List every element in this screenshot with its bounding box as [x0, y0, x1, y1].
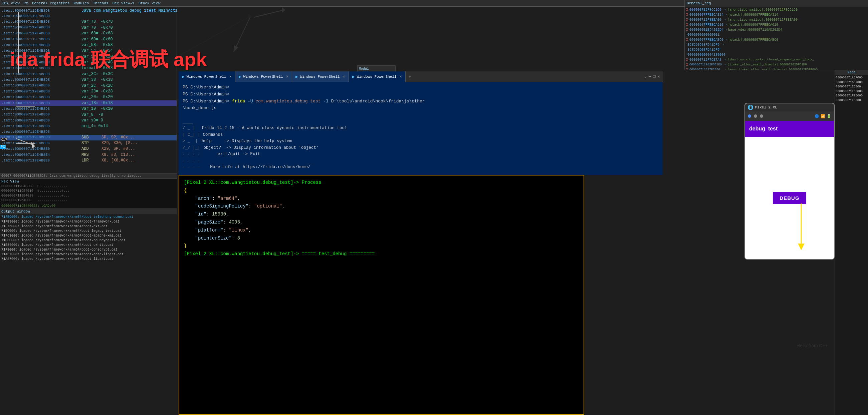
json-code-sign-row: "codeSigningPolicy": "optional",: [184, 203, 579, 210]
race-title: Race: [835, 70, 868, 75]
ps-path-continuation: \hook_demo.js: [183, 105, 659, 112]
modules-tab[interactable]: Modules: [73, 1, 89, 5]
svg-line-0: [234, 17, 250, 52]
json-prompt-2: [Pixel 2 XL::com.wangtietou.debug_test]-…: [184, 250, 579, 258]
ida-func-line: .text:0000007119E4B8D8 Java_com_wangtiet…: [0, 8, 177, 14]
json-open-brace: {: [184, 188, 187, 193]
output-line: 71F63000: loaded /system/framework/arm64…: [1, 234, 176, 238]
hex-view-tab[interactable]: Hex View-1: [113, 1, 134, 5]
json-code-sign-val: "optional": [254, 204, 282, 209]
ps-tab-close-1[interactable]: ✕: [229, 74, 232, 79]
ps-tab-2[interactable]: ▶ Windows PowerShell ✕: [235, 71, 292, 82]
reg-row: X 000000001B54202D4 → base.vdex:00000071…: [686, 27, 867, 32]
ps-minimize-icon[interactable]: —: [649, 74, 651, 79]
output-line: 71EEC000: loaded /system/framework/arm64…: [1, 238, 176, 243]
ps-maximize-icon[interactable]: □: [653, 74, 656, 79]
ps-prompt-line-1: PS C:\Users\Admin>: [183, 84, 659, 91]
output-content: 71FB9000: loaded /system/framework/arm64…: [0, 214, 177, 262]
ps-param-U: -U: [248, 99, 253, 104]
ida-var-line: .text:0000007119E4B8D8var_68= -0x68: [0, 31, 177, 36]
ps-expand-icon[interactable]: ⌄: [644, 74, 647, 79]
ida-var-line: .text:0000007119E4B8D8var_10= -0x10: [0, 106, 177, 112]
ps-tab-label-2: Windows PowerShell: [243, 75, 283, 79]
output-panel: Output window 71FB9000: loaded /system/f…: [0, 208, 177, 415]
debug-button[interactable]: DEBUG: [773, 192, 806, 204]
ps-tab-label-4: Windows PowerShell: [357, 75, 397, 79]
json-brace-close-row: }: [184, 242, 579, 250]
annotation-title: ida frida 联合调试 apk: [10, 47, 207, 73]
ida-var-line: .text:0000007119E4B8D8var_60= -0x60: [0, 37, 177, 42]
ida-view-tab[interactable]: IDA View: [2, 1, 20, 5]
reg-row: X 00000007FFEECA610 → [stack]:00000007FF…: [686, 22, 867, 27]
ida-var-line: .text:0000007119E4B8D8var_38= -0x38: [0, 77, 177, 83]
ps-tab-close-3[interactable]: ✕: [343, 74, 345, 79]
battery-icon: 🔋: [827, 114, 831, 118]
json-pointer-val: 8: [237, 236, 240, 241]
race-value: 000000071A87000: [836, 80, 867, 85]
json-arch-row: "arch": "arm64",: [184, 195, 579, 203]
json-platform-val: "linux": [229, 228, 248, 233]
json-id-val: 15930: [212, 211, 226, 217]
hello-from-cpp-text: Hello from C++: [797, 343, 828, 348]
ps-cmd-line: PS C:\Users\Admin> frida -U com.wangtiet…: [183, 98, 659, 105]
ps-tab-3[interactable]: ▶ Windows PowerShell ✕: [292, 71, 349, 82]
frida-version-text: Frida 14.2.15 - A world-class dynamic in…: [202, 125, 347, 132]
output-line: 71FB9000: loaded /system/framework/arm64…: [1, 215, 176, 219]
reg-row: X 000000712F8BEA00 → [anon:libc_malloc]:…: [686, 18, 867, 22]
frida-banner-line4: > _ | help -> Displays the help system: [183, 138, 402, 144]
race-panel: Race 000000071A87000 000000071A87000 000…: [835, 70, 868, 415]
frida-banner-line7: . . . .: [183, 158, 402, 164]
reg-row: 368D50908FD41DF5 →: [686, 42, 867, 47]
output-line: 71FB9000: loaded /system/framework/arm64…: [1, 219, 176, 224]
ps-new-tab-button[interactable]: +: [406, 74, 414, 80]
phone-title-bar: 📱 Pixel 2 XL: [745, 103, 834, 111]
ps-close-icon[interactable]: ✕: [658, 74, 660, 79]
ps-tab-close-4[interactable]: ✕: [400, 74, 402, 79]
gen-reg-tab[interactable]: General registers: [32, 1, 69, 5]
json-page-key: "pageSize": [195, 219, 223, 225]
reg-row: X 00000007FFEECA314 → [stack]:00000007FF…: [686, 12, 867, 18]
output-title: Output window: [0, 209, 177, 214]
ps-tab-icon-3: ▶: [296, 74, 298, 79]
threads-tab[interactable]: Threads: [93, 1, 108, 5]
ida-instr-stp: .text:0000007119E4B8DC STP X29, X30, [S.…: [0, 140, 177, 146]
ida-var-line: .text:0000007119E4B8D8var_78= -0x78: [0, 19, 177, 25]
reg-row: X 00000007FFEECABC0 → [stack]:00000007FF…: [686, 37, 867, 42]
ida-panel: .text:0000007119E4B8D8 Java_com_wangtiet…: [0, 7, 177, 178]
svg-line-5: [254, 10, 284, 18]
ida-blank-line2: .text:0000007119E4B8D8: [0, 130, 177, 135]
ps-tab-1[interactable]: ▶ Windows PowerShell ✕: [179, 71, 235, 82]
json-arch-val: "arm64": [218, 196, 237, 201]
ps-tab-close-2[interactable]: ✕: [286, 74, 288, 79]
pc-tab[interactable]: PC: [24, 1, 28, 5]
ps-param-l: -l: [323, 99, 329, 104]
ps-prompt-2: PS C:\Users\Admin>: [183, 92, 229, 97]
ps-tab-label-3: Windows PowerShell: [300, 75, 340, 79]
phone-status-icons: 🔵 📶 🔋: [814, 114, 831, 118]
ps-tab-4[interactable]: ▶ Windows PowerShell ✕: [349, 71, 406, 82]
json-pointer-row: "pointerSize": 8: [184, 235, 579, 243]
x17-register-label: X17: [1, 138, 7, 142]
ida-instr-sub: .text:0000007119E4B8D8 SUB SP, SP, #0x..…: [0, 135, 177, 140]
race-value: 000000071F8000: [836, 98, 867, 103]
output-line: 71E54000: loaded /system/framework/arm64…: [1, 243, 176, 247]
ps-prompt-3: PS C:\Users\Admin>: [183, 99, 232, 104]
output-line: 71F75000: loaded /system/framework/arm64…: [1, 224, 176, 229]
ida-blank-line: .text:0000007119E4B8D8: [0, 14, 177, 19]
svg-marker-15: [248, 13, 252, 18]
reg-row: X 000000712182F5E1D0 → [linker_alloc_sma…: [686, 62, 867, 67]
json-id-row: "id": 15930,: [184, 210, 579, 218]
output-line: 71EC000: loaded /system/framework/arm64/…: [1, 229, 176, 234]
reg-row: X 000000712827F2030 → [anon:linker_alloc…: [686, 67, 867, 70]
phone-app-title: debug_test: [749, 126, 778, 132]
ida-instr-mrs: .text:0000007119E4B8E4 MRS X8, #3, c13..…: [0, 152, 177, 158]
ida-func-name[interactable]: Java_com_wangtietou_debug_1test_MainActi…: [82, 8, 177, 14]
stack-view-tab[interactable]: Stack view: [138, 1, 161, 5]
ps-prompt-1: PS C:\Users\Admin>: [183, 85, 229, 90]
ps-tabbar: ▶ Windows PowerShell ✕ ▶ Windows PowerSh…: [179, 71, 663, 82]
json-id-key: "id": [195, 211, 207, 217]
ida-var-line: .text:0000007119E4B8D8var_2C= -0x2C: [0, 83, 177, 89]
ida-status-line: 00007 0000007119E4B8D8: Java_com_wangtie…: [0, 173, 177, 178]
wifi-icon: 📶: [820, 114, 825, 118]
phone-content: DEBUG: [745, 137, 834, 259]
